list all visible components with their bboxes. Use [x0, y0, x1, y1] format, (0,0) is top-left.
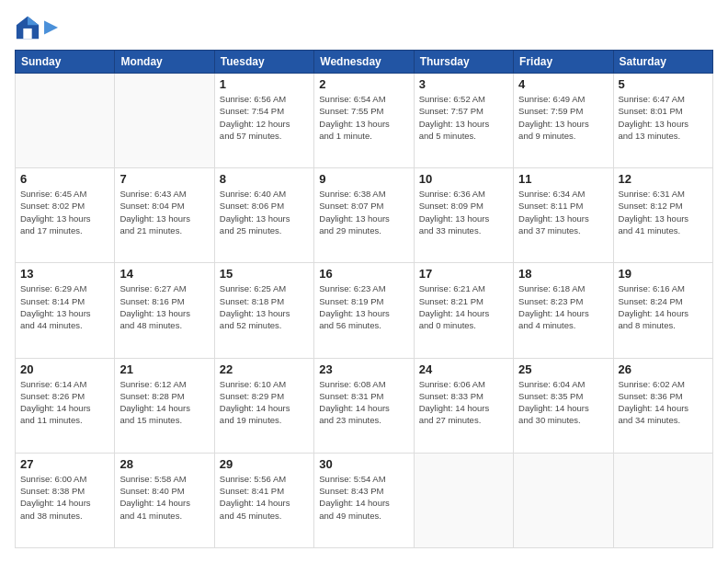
weekday-header-friday: Friday [514, 51, 613, 74]
calendar-cell: 26Sunrise: 6:02 AM Sunset: 8:36 PM Dayli… [613, 358, 712, 453]
day-info: Sunrise: 6:21 AM Sunset: 8:21 PM Dayligh… [419, 282, 508, 331]
calendar-cell [613, 453, 712, 547]
calendar-cell [514, 453, 613, 547]
calendar-cell [414, 453, 513, 547]
calendar-cell: 16Sunrise: 6:23 AM Sunset: 8:19 PM Dayli… [314, 263, 414, 358]
day-number: 6 [20, 172, 109, 186]
calendar-week-3: 13Sunrise: 6:29 AM Sunset: 8:14 PM Dayli… [16, 263, 713, 358]
logo-text: ▶ [44, 18, 57, 37]
day-info: Sunrise: 6:10 AM Sunset: 8:29 PM Dayligh… [220, 378, 309, 427]
calendar-body: 1Sunrise: 6:56 AM Sunset: 7:54 PM Daylig… [16, 74, 713, 548]
calendar-cell: 14Sunrise: 6:27 AM Sunset: 8:16 PM Dayli… [115, 263, 214, 358]
weekday-header-row: SundayMondayTuesdayWednesdayThursdayFrid… [16, 51, 713, 74]
day-number: 24 [419, 362, 508, 376]
day-info: Sunrise: 6:00 AM Sunset: 8:38 PM Dayligh… [20, 473, 109, 522]
day-number: 3 [419, 77, 508, 91]
weekday-header-tuesday: Tuesday [214, 51, 313, 74]
day-info: Sunrise: 6:25 AM Sunset: 8:18 PM Dayligh… [220, 282, 309, 331]
day-info: Sunrise: 6:18 AM Sunset: 8:23 PM Dayligh… [518, 282, 608, 331]
day-number: 30 [319, 457, 408, 471]
weekday-header-saturday: Saturday [613, 51, 712, 74]
day-number: 26 [619, 362, 708, 376]
calendar-cell: 6Sunrise: 6:45 AM Sunset: 8:02 PM Daylig… [16, 168, 115, 263]
calendar-cell: 11Sunrise: 6:34 AM Sunset: 8:11 PM Dayli… [514, 168, 613, 263]
calendar-cell: 18Sunrise: 6:18 AM Sunset: 8:23 PM Dayli… [514, 263, 613, 358]
day-number: 27 [20, 457, 109, 471]
calendar-cell: 28Sunrise: 5:58 AM Sunset: 8:40 PM Dayli… [115, 453, 214, 547]
day-info: Sunrise: 6:40 AM Sunset: 8:06 PM Dayligh… [220, 188, 309, 236]
weekday-header-sunday: Sunday [16, 51, 115, 74]
weekday-header-thursday: Thursday [414, 51, 513, 74]
day-info: Sunrise: 6:23 AM Sunset: 8:19 PM Dayligh… [319, 282, 408, 331]
calendar-cell: 23Sunrise: 6:08 AM Sunset: 8:31 PM Dayli… [314, 358, 414, 453]
day-number: 5 [619, 77, 708, 91]
day-number: 1 [220, 77, 309, 91]
day-number: 11 [518, 172, 608, 186]
day-number: 29 [220, 457, 309, 471]
day-info: Sunrise: 6:36 AM Sunset: 8:09 PM Dayligh… [419, 188, 508, 236]
day-info: Sunrise: 5:56 AM Sunset: 8:41 PM Dayligh… [220, 473, 309, 522]
day-info: Sunrise: 6:54 AM Sunset: 7:55 PM Dayligh… [319, 93, 408, 142]
svg-marker-1 [28, 17, 39, 25]
header: ▶ [15, 15, 713, 40]
day-info: Sunrise: 6:27 AM Sunset: 8:16 PM Dayligh… [119, 282, 209, 331]
weekday-header-monday: Monday [115, 51, 214, 74]
calendar-cell: 9Sunrise: 6:38 AM Sunset: 8:07 PM Daylig… [314, 168, 414, 263]
calendar-cell: 19Sunrise: 6:16 AM Sunset: 8:24 PM Dayli… [613, 263, 712, 358]
calendar-week-1: 1Sunrise: 6:56 AM Sunset: 7:54 PM Daylig… [16, 74, 713, 168]
day-info: Sunrise: 6:16 AM Sunset: 8:24 PM Dayligh… [619, 282, 708, 331]
calendar-cell: 3Sunrise: 6:52 AM Sunset: 7:57 PM Daylig… [414, 74, 513, 168]
day-number: 2 [319, 77, 408, 91]
day-info: Sunrise: 6:56 AM Sunset: 7:54 PM Dayligh… [220, 93, 309, 142]
calendar-table: SundayMondayTuesdayWednesdayThursdayFrid… [15, 50, 713, 548]
day-number: 22 [220, 362, 309, 376]
day-number: 14 [119, 267, 209, 281]
calendar-cell: 12Sunrise: 6:31 AM Sunset: 8:12 PM Dayli… [613, 168, 712, 263]
day-info: Sunrise: 6:34 AM Sunset: 8:11 PM Dayligh… [518, 188, 608, 236]
day-number: 8 [220, 172, 309, 186]
day-info: Sunrise: 5:54 AM Sunset: 8:43 PM Dayligh… [319, 473, 408, 522]
page: ▶ SundayMondayTuesdayWednesdayThursdayFr… [0, 0, 728, 563]
day-info: Sunrise: 5:58 AM Sunset: 8:40 PM Dayligh… [119, 473, 209, 522]
calendar-cell: 25Sunrise: 6:04 AM Sunset: 8:35 PM Dayli… [514, 358, 613, 453]
calendar-week-2: 6Sunrise: 6:45 AM Sunset: 8:02 PM Daylig… [16, 168, 713, 263]
day-number: 7 [119, 172, 209, 186]
day-number: 18 [518, 267, 608, 281]
calendar-cell: 29Sunrise: 5:56 AM Sunset: 8:41 PM Dayli… [214, 453, 313, 547]
day-info: Sunrise: 6:43 AM Sunset: 8:04 PM Dayligh… [119, 188, 209, 236]
day-info: Sunrise: 6:08 AM Sunset: 8:31 PM Dayligh… [319, 378, 408, 427]
calendar-cell: 10Sunrise: 6:36 AM Sunset: 8:09 PM Dayli… [414, 168, 513, 263]
calendar-cell: 24Sunrise: 6:06 AM Sunset: 8:33 PM Dayli… [414, 358, 513, 453]
day-number: 28 [119, 457, 209, 471]
calendar-week-4: 20Sunrise: 6:14 AM Sunset: 8:26 PM Dayli… [16, 358, 713, 453]
day-number: 20 [20, 362, 109, 376]
calendar-cell: 15Sunrise: 6:25 AM Sunset: 8:18 PM Dayli… [214, 263, 313, 358]
day-info: Sunrise: 6:52 AM Sunset: 7:57 PM Dayligh… [419, 93, 508, 142]
logo: ▶ [15, 15, 57, 40]
calendar-cell: 27Sunrise: 6:00 AM Sunset: 8:38 PM Dayli… [16, 453, 115, 547]
day-number: 15 [220, 267, 309, 281]
day-info: Sunrise: 6:38 AM Sunset: 8:07 PM Dayligh… [319, 188, 408, 236]
day-info: Sunrise: 6:06 AM Sunset: 8:33 PM Dayligh… [419, 378, 508, 427]
day-info: Sunrise: 6:14 AM Sunset: 8:26 PM Dayligh… [20, 378, 109, 427]
day-number: 25 [518, 362, 608, 376]
day-number: 10 [419, 172, 508, 186]
day-number: 23 [319, 362, 408, 376]
calendar-cell: 13Sunrise: 6:29 AM Sunset: 8:14 PM Dayli… [16, 263, 115, 358]
day-number: 12 [619, 172, 708, 186]
calendar-cell: 8Sunrise: 6:40 AM Sunset: 8:06 PM Daylig… [214, 168, 313, 263]
day-number: 9 [319, 172, 408, 186]
calendar-cell: 22Sunrise: 6:10 AM Sunset: 8:29 PM Dayli… [214, 358, 313, 453]
day-info: Sunrise: 6:04 AM Sunset: 8:35 PM Dayligh… [518, 378, 608, 427]
calendar-cell: 20Sunrise: 6:14 AM Sunset: 8:26 PM Dayli… [16, 358, 115, 453]
day-info: Sunrise: 6:31 AM Sunset: 8:12 PM Dayligh… [619, 188, 708, 236]
day-number: 4 [518, 77, 608, 91]
day-info: Sunrise: 6:12 AM Sunset: 8:28 PM Dayligh… [119, 378, 209, 427]
calendar-cell [16, 74, 115, 168]
calendar-cell: 7Sunrise: 6:43 AM Sunset: 8:04 PM Daylig… [115, 168, 214, 263]
day-number: 17 [419, 267, 508, 281]
calendar-cell: 2Sunrise: 6:54 AM Sunset: 7:55 PM Daylig… [314, 74, 414, 168]
day-info: Sunrise: 6:29 AM Sunset: 8:14 PM Dayligh… [20, 282, 109, 331]
day-number: 19 [619, 267, 708, 281]
day-number: 21 [119, 362, 209, 376]
